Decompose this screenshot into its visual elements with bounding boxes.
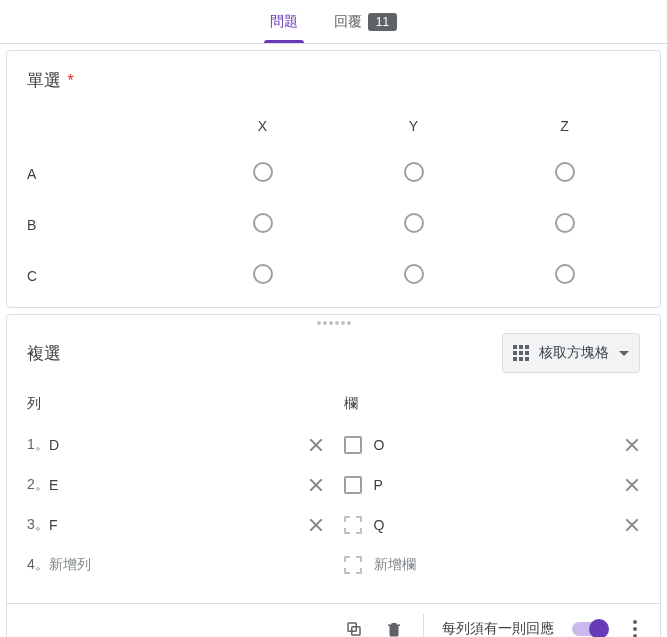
drag-handle-icon[interactable] (7, 315, 660, 327)
question-title: 單選 * (27, 69, 640, 92)
radio-input[interactable] (555, 162, 575, 182)
grid-col-header: Y (338, 118, 489, 134)
cols-column: 欄 O P Q 新增欄 (344, 395, 641, 585)
row-label-input[interactable]: F (49, 517, 308, 533)
grid-col-header: Z (489, 118, 640, 134)
radio-input[interactable] (555, 213, 575, 233)
radio-input[interactable] (253, 213, 273, 233)
more-options-button[interactable] (624, 618, 646, 637)
grid-row-label: B (27, 217, 187, 233)
row-number: 1。 (27, 436, 49, 454)
tab-questions-label: 問題 (270, 13, 298, 31)
radio-input[interactable] (404, 213, 424, 233)
row-label-input[interactable]: D (49, 437, 308, 453)
checkbox-icon (344, 516, 362, 534)
required-marker: * (67, 72, 73, 89)
tab-responses[interactable]: 回覆 11 (328, 0, 403, 43)
question-card-checkbox-grid[interactable]: 複選 核取方塊格 列 1。 D 2。 E (6, 314, 661, 637)
remove-col-icon[interactable] (624, 517, 640, 533)
duplicate-button[interactable] (343, 618, 365, 637)
row-option: 1。 D (27, 425, 324, 465)
row-option: 2。 E (27, 465, 324, 505)
grid-row: B (27, 213, 640, 236)
checkbox-icon (344, 556, 362, 574)
add-col[interactable]: 新增欄 (344, 545, 641, 585)
chevron-down-icon (619, 351, 629, 356)
col-option: O (344, 425, 641, 465)
checkbox-icon (344, 476, 362, 494)
responses-count-badge: 11 (368, 13, 397, 31)
radio-input[interactable] (404, 264, 424, 284)
remove-row-icon[interactable] (308, 477, 324, 493)
radio-input[interactable] (555, 264, 575, 284)
rows-header: 列 (27, 395, 324, 413)
require-response-toggle[interactable] (572, 622, 606, 636)
col-label-input[interactable]: O (374, 437, 625, 453)
tab-responses-label: 回覆 (334, 13, 362, 31)
add-row[interactable]: 4。 新增列 (27, 545, 324, 585)
row-label-input[interactable]: E (49, 477, 308, 493)
add-col-label: 新增欄 (374, 556, 641, 574)
question-type-selector[interactable]: 核取方塊格 (502, 333, 640, 373)
trash-icon (385, 620, 403, 637)
col-option: Q (344, 505, 641, 545)
grid-row: A (27, 162, 640, 185)
col-label-input[interactable]: Q (374, 517, 625, 533)
question-footer: 每列須有一則回應 (7, 603, 660, 637)
grid-row: C (27, 264, 640, 287)
col-option: P (344, 465, 641, 505)
row-number: 2。 (27, 476, 49, 494)
grid-row-label: C (27, 268, 187, 284)
question-title-input[interactable]: 複選 (27, 342, 61, 365)
grid-column-headers: X Y Z (27, 118, 640, 134)
form-tabs: 問題 回覆 11 (0, 0, 667, 44)
require-response-label: 每列須有一則回應 (442, 620, 554, 637)
delete-button[interactable] (383, 618, 405, 637)
question-card-radio-grid: 單選 * X Y Z A B C (6, 50, 661, 308)
remove-col-icon[interactable] (624, 477, 640, 493)
cols-header: 欄 (344, 395, 641, 413)
remove-col-icon[interactable] (624, 437, 640, 453)
more-vertical-icon (633, 620, 637, 637)
checkbox-grid-icon (513, 345, 529, 361)
grid-col-header: X (187, 118, 338, 134)
remove-row-icon[interactable] (308, 437, 324, 453)
tab-questions[interactable]: 問題 (264, 0, 304, 43)
question-title-text: 單選 (27, 71, 61, 90)
row-number: 4。 (27, 556, 49, 574)
question-type-label: 核取方塊格 (539, 344, 609, 362)
remove-row-icon[interactable] (308, 517, 324, 533)
radio-input[interactable] (404, 162, 424, 182)
radio-input[interactable] (253, 264, 273, 284)
add-row-label: 新增列 (49, 556, 324, 574)
radio-input[interactable] (253, 162, 273, 182)
divider (423, 614, 424, 637)
copy-icon (345, 620, 363, 637)
grid-row-label: A (27, 166, 187, 182)
grid-rowlabel-spacer (27, 118, 187, 134)
row-number: 3。 (27, 516, 49, 534)
col-label-input[interactable]: P (374, 477, 625, 493)
checkbox-icon (344, 436, 362, 454)
row-option: 3。 F (27, 505, 324, 545)
rows-column: 列 1。 D 2。 E 3。 F 4。 新增列 (27, 395, 324, 585)
